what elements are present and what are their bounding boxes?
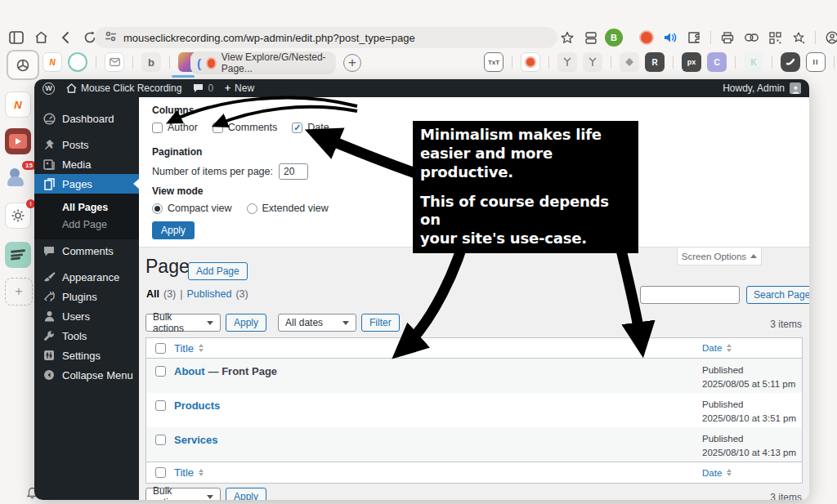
all-dates-select[interactable]: All dates: [278, 314, 356, 332]
site-permissions-icon[interactable]: [105, 31, 117, 44]
tab-groups-icon[interactable]: [581, 28, 601, 47]
tab-divider: [96, 56, 96, 69]
print-icon[interactable]: [718, 28, 737, 47]
sidebar-item-media[interactable]: Media: [34, 154, 139, 174]
pinned-tab-pause-icon[interactable]: II: [806, 52, 826, 72]
profile-icon[interactable]: [822, 28, 837, 47]
sidebar-item-comments[interactable]: Comments: [34, 241, 139, 261]
sidebar-item-pages[interactable]: Pages: [34, 174, 139, 194]
active-tab[interactable]: ( View Explore/G/Nested-Page...: [190, 51, 336, 74]
radio-label: Compact view: [168, 203, 232, 214]
filter-button[interactable]: Filter: [361, 314, 400, 332]
sidebar-item-posts[interactable]: Posts: [34, 135, 139, 154]
new-tab-button[interactable]: +: [343, 54, 361, 72]
pinned-tab-branch2-icon[interactable]: [583, 52, 602, 72]
pinned-tab-n-icon[interactable]: N: [43, 52, 62, 72]
adminbar-comments-link[interactable]: 0: [193, 83, 213, 94]
copy-link-icon[interactable]: [741, 28, 761, 47]
bookmark-manager-icon[interactable]: [789, 28, 808, 47]
page-title-link[interactable]: Services: [174, 434, 218, 446]
comments-column-option[interactable]: Comments: [213, 122, 277, 133]
pinned-tab-diamond-icon[interactable]: [620, 52, 639, 72]
rail-n-app-icon[interactable]: N: [5, 91, 31, 118]
extension-monarch-icon[interactable]: [637, 28, 656, 47]
back-icon[interactable]: [56, 28, 75, 47]
pinned-tab-ghost-icon[interactable]: K: [744, 52, 763, 72]
date-checkbox[interactable]: [292, 123, 302, 133]
items-per-page-input[interactable]: [279, 163, 308, 180]
filter-all-link[interactable]: All: [146, 288, 159, 300]
sidebar-item-dashboard[interactable]: Dashboard: [34, 109, 139, 128]
sidebar-item-settings[interactable]: Settings: [34, 346, 139, 365]
pagination-label: Pagination: [152, 146, 202, 158]
rail-video-app-icon[interactable]: [5, 128, 31, 154]
date-column-option[interactable]: Date: [292, 122, 329, 133]
pinned-tab-orange-icon[interactable]: [521, 52, 540, 72]
sidebar-item-collapse-menu[interactable]: Collapse Menu: [34, 365, 139, 385]
sidebar-toggle-icon[interactable]: [7, 28, 26, 47]
columns-label: Columns: [152, 105, 194, 116]
pinned-tab-px-icon[interactable]: px: [682, 52, 701, 72]
pages-submenu: All Pages Add Page: [34, 194, 139, 239]
search-pages-button[interactable]: Search Pages: [746, 286, 809, 304]
sidebar-item-plugins[interactable]: Plugins: [34, 287, 139, 306]
sidebar-item-users[interactable]: Users: [34, 306, 139, 326]
pinned-tab-txt-icon[interactable]: TxT: [484, 52, 504, 72]
row-checkbox[interactable]: [155, 400, 166, 411]
title-sort-header[interactable]: Title: [174, 342, 204, 355]
all-count: (3): [163, 288, 176, 300]
compact-view-option[interactable]: Compact view: [152, 203, 232, 214]
pinned-tab-ring-icon[interactable]: [68, 52, 87, 72]
bulk-apply-button-bottom[interactable]: Apply: [226, 488, 266, 500]
rail-people-app-icon[interactable]: 15: [5, 165, 31, 191]
adminbar-account-menu[interactable]: Howdy, Admin: [723, 83, 801, 94]
sidebar-item-appearance[interactable]: Appearance: [34, 267, 139, 287]
title-sort-header[interactable]: Title: [174, 466, 204, 479]
row-checkbox[interactable]: [155, 435, 166, 445]
pinned-tab-swoosh-icon[interactable]: [781, 52, 800, 72]
date-sort-header[interactable]: Date: [702, 343, 732, 353]
audio-playing-icon[interactable]: [660, 28, 680, 47]
page-title-link[interactable]: Products: [174, 399, 220, 412]
bookmark-star-icon[interactable]: [557, 28, 577, 47]
add-page-button[interactable]: Add Page: [188, 262, 248, 280]
search-pages-input[interactable]: [640, 286, 740, 304]
select-all-checkbox[interactable]: [155, 467, 166, 478]
bulk-actions-select[interactable]: Bulk actions: [145, 314, 221, 332]
wp-logo-menu[interactable]: W: [43, 83, 55, 95]
author-column-option[interactable]: Author: [152, 122, 198, 133]
pinned-tab-r-icon[interactable]: R: [645, 52, 665, 72]
sidebar-item-tools[interactable]: Tools: [34, 326, 139, 346]
chatgpt-app-icon[interactable]: [7, 50, 39, 80]
bulk-apply-button[interactable]: Apply: [226, 314, 266, 332]
filter-published-link[interactable]: Published: [187, 288, 232, 300]
browser-profile-avatar[interactable]: B: [605, 29, 623, 47]
row-checkbox[interactable]: [155, 366, 166, 377]
rail-add-app-button[interactable]: +: [5, 278, 33, 306]
bulk-actions-select-bottom[interactable]: Bulk actions: [145, 488, 221, 500]
pinned-tab-mail-icon[interactable]: [105, 52, 124, 72]
site-name-link[interactable]: Mouse Click Recording: [66, 83, 181, 94]
author-checkbox[interactable]: [152, 123, 163, 133]
rail-music-app-icon[interactable]: [5, 242, 31, 268]
page-title-link[interactable]: About: [174, 365, 205, 377]
submenu-all-pages[interactable]: All Pages: [34, 198, 139, 216]
home-icon[interactable]: [31, 28, 51, 47]
extended-view-radio[interactable]: [247, 203, 257, 214]
screen-options-apply-button[interactable]: Apply: [152, 221, 195, 239]
select-all-checkbox[interactable]: [155, 343, 166, 354]
rail-settings-app-icon[interactable]: !: [5, 203, 31, 229]
extensions-puzzle-icon[interactable]: [684, 28, 704, 47]
submenu-add-page[interactable]: Add Page: [34, 216, 139, 233]
qr-code-icon[interactable]: [765, 28, 785, 47]
date-sort-header[interactable]: Date: [702, 468, 732, 478]
pinned-tab-clearly-icon[interactable]: C: [707, 52, 727, 72]
comments-checkbox[interactable]: [213, 123, 223, 133]
compact-view-radio[interactable]: [152, 203, 163, 214]
address-bar[interactable]: mouseclickrecording.com/wp-admin/edit.ph…: [95, 27, 557, 48]
extended-view-option[interactable]: Extended view: [247, 203, 329, 214]
pinned-tab-b-icon[interactable]: b: [141, 52, 161, 72]
adminbar-new-menu[interactable]: + New: [225, 83, 254, 94]
screen-options-toggle[interactable]: Screen Options: [677, 248, 762, 265]
pinned-tab-branch-icon[interactable]: [557, 52, 577, 72]
